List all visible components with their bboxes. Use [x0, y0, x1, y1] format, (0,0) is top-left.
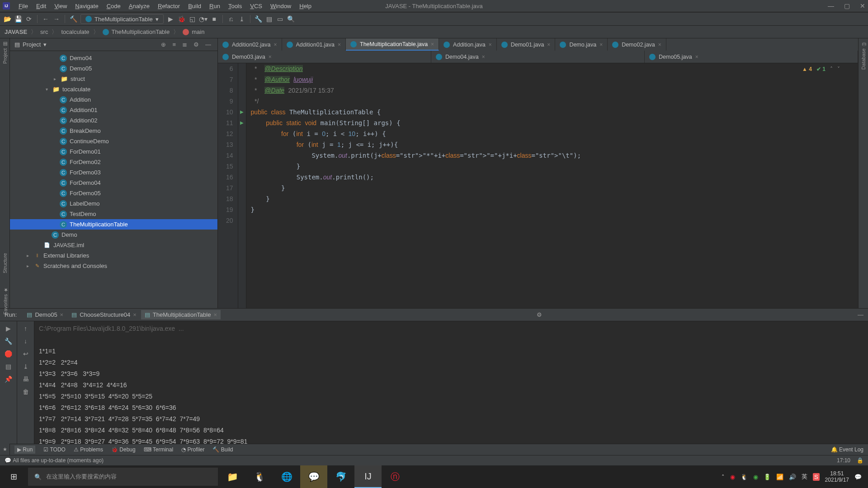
app-chrome[interactable]: 🌐	[273, 465, 300, 488]
back-icon[interactable]: ←	[42, 15, 49, 23]
tray-wifi-icon[interactable]: 📶	[776, 474, 783, 480]
app-dolphin[interactable]: 🐬	[327, 465, 354, 488]
tree-item-labeldemo[interactable]: CLabelDemo	[10, 198, 217, 209]
tab-addition-java[interactable]: Addition.java×	[439, 38, 497, 51]
tray-chevron-icon[interactable]: ˄	[722, 474, 725, 480]
search-icon[interactable]: 🔍	[288, 15, 295, 23]
structure-icon[interactable]: ▤	[266, 15, 273, 23]
tree-item-fordemo04[interactable]: CForDemo04	[10, 178, 217, 188]
forward-icon[interactable]: →	[53, 15, 60, 23]
tab-addition02-java[interactable]: Addition02.java×	[218, 38, 282, 51]
code-content[interactable]: * @Description * @Author luowuji * @Date…	[246, 63, 858, 308]
softwrap-icon[interactable]: ↩	[22, 350, 29, 357]
tree-item-javase-iml[interactable]: 📄JAVASE.iml	[10, 240, 217, 250]
run-config-selector[interactable]: TheMultiplicationTable ▾	[80, 14, 164, 24]
event-log[interactable]: 🔔 Event Log	[831, 446, 863, 453]
tree-item-continuedemo[interactable]: CContinueDemo	[10, 136, 217, 146]
gutter-database[interactable]: Database ⛁	[860, 41, 866, 70]
bottom-build[interactable]: 🔨 Build	[212, 446, 233, 454]
bc-root[interactable]: JAVASE	[5, 28, 27, 35]
app-qq[interactable]: 🐧	[246, 465, 273, 488]
debug-icon[interactable]: 🐞	[178, 15, 185, 23]
menu-analyze[interactable]: Analyze	[125, 1, 154, 11]
tab-demo03-java[interactable]: Demo03.java×	[218, 51, 431, 63]
tab-addition01-java[interactable]: Addition01.java×	[282, 38, 346, 51]
close-icon[interactable]: ×	[431, 41, 434, 47]
scroll-icon[interactable]: ⤓	[22, 363, 29, 370]
tree-item-addition01[interactable]: CAddition01	[10, 105, 217, 115]
code-editor[interactable]: ▲ 4 ✔ 1 ˄ ˅ 67891011121314151617181920 ▶…	[218, 63, 858, 308]
pin-icon[interactable]: 📌	[5, 375, 12, 383]
bottom-problems[interactable]: ⚠ Problems	[74, 446, 103, 454]
tree-item-fordemo05[interactable]: CForDemo05	[10, 188, 217, 198]
gutter-favorites-label[interactable]: Favorites ★	[2, 287, 8, 314]
close-icon[interactable]: ×	[482, 54, 485, 60]
tray-wechat-icon[interactable]: ◉	[753, 474, 758, 480]
coverage-icon[interactable]: ◱	[189, 15, 196, 23]
close-icon[interactable]: ×	[489, 42, 492, 48]
vcs-icon[interactable]: ⎌	[227, 15, 235, 23]
tab-demo-java[interactable]: Demo.java×	[555, 38, 608, 51]
tray-security-icon[interactable]: ◉	[730, 474, 735, 480]
bottom-debug[interactable]: 🐞 Debug	[111, 446, 136, 454]
save-icon[interactable]: 💾	[14, 15, 22, 23]
bc-pkg[interactable]: tocalculate	[61, 28, 89, 35]
menu-refactor[interactable]: Refactor	[154, 1, 184, 11]
project-tree[interactable]: CDemo04CDemo05▸📁struct▾📁tocalculateCAddi…	[10, 51, 217, 308]
stop-icon[interactable]: 🛑	[5, 350, 12, 357]
tree-item-testdemo[interactable]: CTestDemo	[10, 209, 217, 219]
up-icon[interactable]: ↑	[22, 325, 29, 332]
close-icon[interactable]: ×	[338, 42, 341, 48]
chevron-down-icon[interactable]: ▾	[43, 41, 47, 48]
locate-icon[interactable]: ⊕	[159, 41, 168, 48]
tab-demo02-java[interactable]: Demo02.java×	[608, 38, 666, 51]
menu-file[interactable]: File	[14, 1, 32, 11]
caret-position[interactable]: 17:10	[837, 457, 850, 464]
tab-demo01-java[interactable]: Demo01.java×	[497, 38, 556, 51]
run-tab-demo05[interactable]: ▤ Demo05 ×	[23, 310, 67, 319]
profile-icon[interactable]: ◔▾	[200, 15, 207, 23]
settings-icon[interactable]: 🔧	[255, 15, 262, 23]
close-icon[interactable]: ×	[658, 42, 661, 48]
close-icon[interactable]: ×	[274, 42, 277, 48]
run-hide-icon[interactable]: —	[858, 311, 863, 318]
refresh-icon[interactable]: ⟳	[25, 15, 33, 23]
tree-item-struct[interactable]: ▸📁struct	[10, 74, 217, 84]
app-intellij[interactable]: IJ	[354, 465, 382, 488]
menu-edit[interactable]: Edit	[32, 1, 50, 11]
bc-method[interactable]: main	[192, 28, 204, 35]
tree-item-external-libraries[interactable]: ▸⫴External Libraries	[10, 250, 217, 261]
down-icon[interactable]: ↓	[22, 338, 29, 345]
hide-icon[interactable]: —	[203, 41, 213, 48]
run-tab-themultiplicationtable[interactable]: ▤ TheMultiplicationTable ×	[141, 310, 221, 319]
start-button[interactable]: ⊞	[0, 472, 27, 482]
menu-code[interactable]: Code	[103, 1, 125, 11]
update-icon[interactable]: ⤓	[238, 15, 245, 23]
tree-item-tocalculate[interactable]: ▾📁tocalculate	[10, 84, 217, 94]
tray-qq-icon[interactable]: 🐧	[741, 474, 748, 480]
tree-item-demo04[interactable]: CDemo04	[10, 53, 217, 63]
taskbar-search[interactable]: 🔍 在这里输入你要搜索的内容	[28, 468, 218, 486]
gear-icon[interactable]: ⚙	[192, 41, 201, 48]
minimize-button[interactable]: —	[828, 2, 834, 9]
balloon-icon[interactable]: 💬	[5, 457, 11, 464]
bottom-profiler[interactable]: ◔ Profiler	[181, 446, 204, 454]
menu-window[interactable]: Window	[266, 1, 295, 11]
tree-item-scratches-and-consoles[interactable]: ▸✎Scratches and Consoles	[10, 261, 217, 271]
close-icon[interactable]: ×	[547, 42, 550, 48]
open-icon[interactable]: 📂	[4, 15, 11, 23]
bc-src[interactable]: src	[40, 28, 48, 35]
print-icon[interactable]: 🖶	[22, 375, 29, 383]
app-netease[interactable]: ⓝ	[382, 465, 409, 488]
tray-battery-icon[interactable]: 🔋	[764, 474, 771, 480]
tray-ime-icon[interactable]: 英	[802, 473, 807, 481]
tree-item-breakdemo[interactable]: CBreakDemo	[10, 126, 217, 136]
app-explorer[interactable]: 📁	[219, 465, 246, 488]
bc-class[interactable]: TheMultiplicationTable	[112, 28, 170, 35]
run-icon[interactable]: ▶	[167, 15, 175, 23]
tree-item-themultiplicationtable[interactable]: CTheMultiplicationTable	[10, 219, 217, 230]
avd-icon[interactable]: ▭	[277, 15, 284, 23]
gutter-project[interactable]: Project ▤	[2, 41, 8, 64]
tray-volume-icon[interactable]: 🔊	[789, 474, 796, 480]
trash-icon[interactable]: 🗑	[22, 388, 29, 395]
